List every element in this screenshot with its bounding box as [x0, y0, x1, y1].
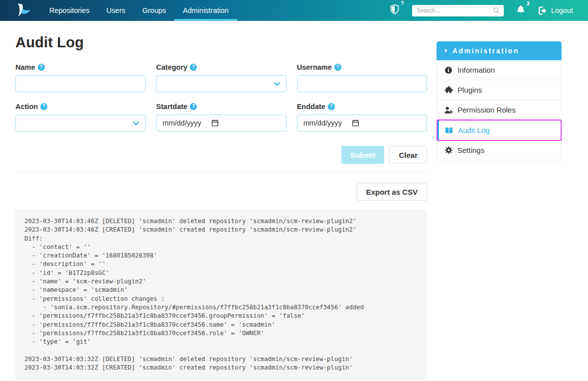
audit-log-filter-form: Name ? Category ? Username — [15, 63, 427, 131]
puzzle-icon — [444, 86, 453, 94]
sign-out-icon — [538, 6, 547, 15]
subnav-item-plugins[interactable]: Plugins — [437, 80, 561, 100]
subnav-item-label: Permission Roles — [457, 106, 516, 114]
notifications-button[interactable]: 3 — [516, 4, 526, 17]
notification-count-badge: 3 — [527, 0, 530, 6]
logout-label: Logout — [551, 6, 573, 14]
info-circle-icon — [444, 66, 453, 74]
help-icon[interactable]: ? — [40, 103, 47, 110]
privacy-shield-icon[interactable]: ? — [389, 3, 400, 17]
help-icon[interactable]: ? — [190, 103, 197, 110]
subnav-header-administration[interactable]: ▼ Administration — [437, 41, 562, 60]
name-label: Name — [15, 63, 35, 71]
submit-button[interactable]: Submit — [341, 146, 385, 164]
bell-icon — [516, 4, 526, 15]
nav-item-administration[interactable]: Administration — [174, 0, 237, 21]
name-input[interactable] — [15, 75, 146, 92]
scm-manager-logo[interactable] — [0, 0, 41, 21]
search-icon — [493, 7, 500, 14]
subnav-header-label: Administration — [452, 47, 519, 55]
startdate-label: Startdate — [156, 103, 187, 111]
field-action: Action ? — [15, 103, 146, 131]
collapse-triangle-icon: ▼ — [443, 48, 448, 53]
gear-icon — [444, 146, 453, 154]
export-csv-button[interactable]: Export as CSV — [357, 183, 427, 201]
date-placeholder: mm/dd/yyyy — [303, 119, 342, 127]
action-select[interactable] — [15, 115, 146, 131]
subnav-item-permission-roles[interactable]: Permission Roles — [437, 100, 561, 120]
shield-question-badge: ? — [401, 0, 404, 6]
field-username: Username ? — [297, 63, 427, 92]
audit-log-output: 2023-03-30T14:03:46Z [DELETED] 'scmadmin… — [15, 209, 427, 380]
admin-subnav: ▼ Administration Information — [437, 41, 562, 380]
section-divider — [15, 172, 427, 173]
date-placeholder: mm/dd/yyyy — [162, 119, 201, 127]
help-icon[interactable]: ? — [334, 64, 341, 71]
user-cog-icon — [444, 106, 453, 114]
logout-button[interactable]: Logout — [538, 6, 573, 15]
nav-item-repositories[interactable]: Repositories — [41, 0, 98, 21]
clear-button[interactable]: Clear — [389, 146, 427, 164]
subnav-item-label: Settings — [457, 146, 484, 154]
action-label: Action — [15, 103, 38, 111]
enddate-input[interactable]: mm/dd/yyyy — [297, 115, 427, 131]
subnav-item-information[interactable]: Information — [437, 60, 561, 80]
top-navbar: Repositories Users Groups Administration… — [0, 0, 588, 21]
subnav-item-settings[interactable]: Settings — [437, 140, 561, 160]
startdate-input[interactable]: mm/dd/yyyy — [156, 115, 286, 131]
category-label: Category — [156, 63, 187, 71]
help-icon[interactable]: ? — [38, 64, 45, 71]
username-input[interactable] — [297, 75, 427, 92]
subnav-item-label: Audit Log — [458, 126, 489, 134]
help-icon[interactable]: ? — [328, 103, 335, 110]
field-enddate: Enddate ? mm/dd/yyyy — [297, 103, 427, 131]
global-search — [412, 5, 504, 16]
username-label: Username — [297, 63, 332, 71]
nav-item-users[interactable]: Users — [98, 0, 134, 21]
search-input[interactable] — [412, 5, 504, 16]
book-icon — [444, 127, 453, 134]
nav-item-groups[interactable]: Groups — [134, 0, 174, 21]
audit-log-text: 2023-03-30T14:03:46Z [DELETED] 'scmadmin… — [24, 217, 418, 372]
calendar-icon — [211, 119, 219, 127]
shield-icon — [389, 3, 400, 15]
field-name: Name ? — [15, 63, 146, 92]
subnav-item-label: Information — [457, 66, 495, 74]
calendar-icon — [352, 119, 359, 127]
field-category: Category ? — [156, 63, 286, 92]
chevron-down-icon — [133, 122, 139, 126]
logo-bird-icon — [15, 3, 32, 18]
field-startdate: Startdate ? mm/dd/yyyy — [156, 103, 286, 131]
chevron-down-icon — [274, 82, 280, 86]
help-icon[interactable]: ? — [190, 64, 197, 71]
enddate-label: Enddate — [297, 103, 325, 111]
category-select[interactable] — [156, 75, 286, 92]
subnav-item-label: Plugins — [457, 86, 482, 94]
subnav-item-audit-log[interactable]: Audit Log — [437, 120, 562, 141]
page-title: Audit Log — [15, 34, 427, 51]
